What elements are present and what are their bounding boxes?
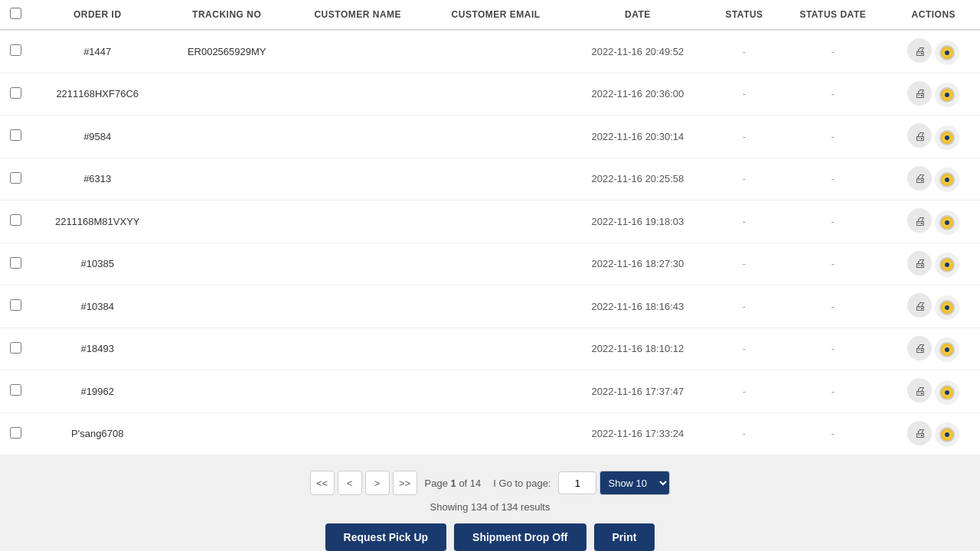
magnifier-icon bbox=[939, 130, 955, 145]
row-checkbox-cell bbox=[0, 285, 31, 328]
last-page-button[interactable]: >> bbox=[393, 471, 417, 495]
view-row-button[interactable] bbox=[935, 126, 959, 150]
status-date-cell: - bbox=[779, 328, 887, 370]
orders-table: ORDER ID TRACKING NO CUSTOMER NAME CUSTO… bbox=[0, 0, 980, 455]
row-checkbox-cell bbox=[0, 116, 31, 158]
next-page-button[interactable]: > bbox=[365, 471, 390, 495]
results-count: Showing 134 of 134 results bbox=[430, 501, 550, 513]
shipment-dropoff-button[interactable]: Shipment Drop Off bbox=[454, 523, 586, 551]
goto-page-input[interactable] bbox=[558, 471, 596, 494]
action-buttons: Request Pick Up Shipment Drop Off Print bbox=[325, 523, 655, 551]
col-actions: ACTIONS bbox=[887, 0, 980, 30]
row-checkbox[interactable] bbox=[10, 44, 21, 56]
print-row-button[interactable]: 🖨 bbox=[907, 378, 932, 403]
printer-icon: 🖨 bbox=[914, 214, 926, 227]
printer-icon: 🖨 bbox=[914, 299, 926, 312]
status-cell: - bbox=[710, 116, 779, 158]
status-cell: - bbox=[710, 30, 779, 73]
view-row-button[interactable] bbox=[935, 295, 959, 320]
printer-icon: 🖨 bbox=[914, 86, 926, 99]
col-date: DATE bbox=[566, 0, 710, 30]
magnifier-icon bbox=[939, 342, 955, 357]
table-row: #199622022-11-16 17:37:47--🖨 bbox=[0, 370, 980, 413]
show-per-page-select[interactable]: Show 10 Show 20 Show 50 Show 100 bbox=[599, 471, 670, 495]
print-row-button[interactable]: 🖨 bbox=[907, 38, 932, 63]
print-row-button[interactable]: 🖨 bbox=[907, 293, 932, 318]
order-id-cell: #6313 bbox=[31, 158, 164, 201]
customer-name-cell bbox=[289, 116, 426, 158]
select-all-header[interactable] bbox=[0, 0, 31, 30]
customer-email-cell bbox=[426, 328, 566, 370]
col-order-id: ORDER ID bbox=[31, 0, 164, 30]
status-cell: - bbox=[710, 73, 779, 116]
row-checkbox[interactable] bbox=[10, 257, 21, 269]
view-row-button[interactable] bbox=[935, 41, 959, 65]
row-checkbox[interactable] bbox=[10, 299, 21, 311]
view-row-button[interactable] bbox=[935, 83, 959, 107]
customer-name-cell bbox=[289, 328, 426, 370]
date-cell: 2022-11-16 20:49:52 bbox=[566, 30, 710, 73]
print-row-button[interactable]: 🖨 bbox=[907, 123, 932, 148]
row-checkbox[interactable] bbox=[10, 384, 21, 396]
row-checkbox[interactable] bbox=[10, 427, 21, 439]
view-row-button[interactable] bbox=[935, 337, 959, 362]
date-cell: 2022-11-16 17:37:47 bbox=[566, 370, 710, 413]
tracking-no-cell bbox=[164, 243, 289, 285]
order-id-cell: #18493 bbox=[31, 328, 164, 370]
order-id-cell: 2211168HXF76C6 bbox=[31, 73, 164, 116]
view-row-button[interactable] bbox=[935, 168, 959, 192]
print-row-button[interactable]: 🖨 bbox=[907, 208, 932, 233]
actions-cell: 🖨 bbox=[887, 370, 980, 413]
status-date-cell: - bbox=[779, 30, 887, 73]
customer-name-cell bbox=[289, 158, 426, 201]
select-all-checkbox[interactable] bbox=[10, 8, 21, 19]
row-checkbox[interactable] bbox=[10, 214, 21, 226]
table-row: 2211168M81VXYY2022-11-16 19:18:03--🖨 bbox=[0, 201, 980, 243]
print-row-button[interactable]: 🖨 bbox=[907, 421, 932, 445]
status-date-cell: - bbox=[779, 158, 887, 201]
row-checkbox-cell bbox=[0, 158, 31, 201]
row-checkbox[interactable] bbox=[10, 87, 21, 99]
print-row-button[interactable]: 🖨 bbox=[907, 336, 932, 360]
status-date-cell: - bbox=[779, 285, 887, 328]
row-checkbox[interactable] bbox=[10, 129, 21, 141]
customer-email-cell bbox=[426, 116, 566, 158]
tracking-no-cell bbox=[164, 201, 289, 243]
tracking-no-cell: ER002565929MY bbox=[164, 30, 289, 73]
customer-name-cell bbox=[289, 285, 426, 328]
row-checkbox-cell bbox=[0, 328, 31, 370]
status-date-cell: - bbox=[779, 370, 887, 413]
row-checkbox-cell bbox=[0, 370, 31, 413]
view-row-button[interactable] bbox=[935, 422, 959, 447]
request-pickup-button[interactable]: Request Pick Up bbox=[325, 523, 446, 551]
actions-cell: 🖨 bbox=[887, 30, 980, 73]
print-button[interactable]: Print bbox=[594, 523, 655, 551]
row-checkbox-cell bbox=[0, 30, 31, 73]
col-status: STATUS bbox=[710, 0, 779, 30]
prev-page-button[interactable]: < bbox=[338, 471, 362, 495]
print-row-button[interactable]: 🖨 bbox=[907, 166, 932, 191]
status-cell: - bbox=[710, 201, 779, 243]
table-row: 2211168HXF76C62022-11-16 20:36:00--🖨 bbox=[0, 73, 980, 116]
customer-email-cell bbox=[426, 412, 566, 455]
first-page-button[interactable]: << bbox=[310, 471, 335, 495]
view-row-button[interactable] bbox=[935, 253, 959, 277]
print-row-button[interactable]: 🖨 bbox=[907, 251, 932, 276]
view-row-button[interactable] bbox=[935, 380, 959, 405]
customer-name-cell bbox=[289, 73, 426, 116]
row-checkbox[interactable] bbox=[10, 342, 21, 354]
date-cell: 2022-11-16 19:18:03 bbox=[566, 201, 710, 243]
printer-icon: 🖨 bbox=[914, 341, 926, 354]
tracking-no-cell bbox=[164, 285, 289, 328]
date-cell: 2022-11-16 20:30:14 bbox=[566, 116, 710, 158]
tracking-no-cell bbox=[164, 158, 289, 201]
row-checkbox[interactable] bbox=[10, 172, 21, 184]
col-customer-name: CUSTOMER NAME bbox=[289, 0, 426, 30]
magnifier-icon bbox=[939, 300, 955, 315]
customer-email-cell bbox=[426, 370, 566, 413]
magnifier-icon bbox=[939, 257, 955, 272]
tracking-no-cell bbox=[164, 116, 289, 158]
order-id-cell: #9584 bbox=[31, 116, 164, 158]
view-row-button[interactable] bbox=[935, 210, 959, 235]
print-row-button[interactable]: 🖨 bbox=[907, 81, 932, 106]
